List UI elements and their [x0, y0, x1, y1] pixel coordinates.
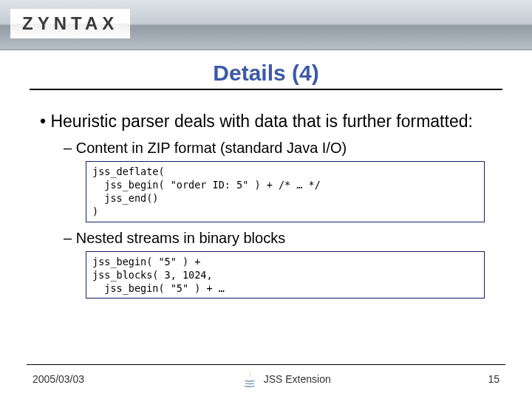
bullet-sub-1: Content in ZIP format (standard Java I/O…: [33, 140, 499, 157]
logo: ZYNTAX: [10, 9, 130, 38]
footer: 2005/03/03 JSS Extension 15: [0, 369, 532, 389]
code-block-2: jss_begin( "5" ) + jss_blocks( 3, 1024, …: [86, 251, 485, 299]
footer-date: 2005/03/03: [33, 373, 84, 385]
footer-center-group: JSS Extension: [242, 369, 331, 389]
code-block-1: jss_deflate( jss_begin( "order ID: 5" ) …: [86, 161, 485, 222]
bullet-main: Heuristic parser deals with data that is…: [33, 111, 499, 132]
footer-page-number: 15: [488, 373, 499, 385]
header-bar: ZYNTAX: [0, 0, 532, 50]
bullet-sub-2: Nested streams in binary blocks: [33, 230, 499, 247]
content-area: Heuristic parser deals with data that is…: [0, 90, 532, 299]
footer-rule: [27, 364, 505, 365]
java-icon: [242, 369, 258, 389]
footer-center-text: JSS Extension: [264, 373, 331, 385]
slide-title: Details (4): [0, 61, 532, 89]
